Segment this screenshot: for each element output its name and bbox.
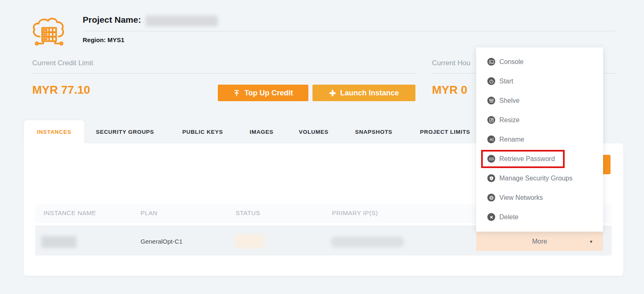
menu-item-label: Shelve bbox=[499, 97, 520, 104]
menu-item-label: Resize bbox=[499, 116, 520, 124]
column-primary-ips: PRIMARY IP(S) bbox=[332, 209, 378, 216]
top-up-credit-label: Top Up Credit bbox=[244, 89, 293, 97]
menu-item-shelve[interactable]: Shelve bbox=[476, 91, 603, 110]
tab-public-keys[interactable]: PUBLIC KEYS bbox=[182, 129, 223, 135]
header-divider bbox=[83, 31, 616, 31]
menu-item-manage-security-groups[interactable]: Manage Security Groups bbox=[476, 168, 603, 188]
column-plan: PLAN bbox=[141, 209, 157, 216]
column-instance-name: INSTANCE NAME bbox=[43, 209, 96, 216]
plus-icon bbox=[329, 90, 336, 97]
hourly-usage-label: Current Hou bbox=[432, 59, 470, 67]
primary-ip-redacted-value bbox=[331, 237, 404, 247]
menu-item-delete[interactable]: Delete bbox=[476, 207, 603, 227]
region-label: Region: MYS1 bbox=[83, 36, 124, 43]
retrieve-password-highlight-box bbox=[481, 150, 565, 168]
cloud-server-logo-icon bbox=[31, 15, 67, 47]
menu-item-label: Start bbox=[499, 78, 513, 85]
shelve-icon bbox=[487, 97, 495, 104]
hourly-amount: MYR 0 bbox=[432, 83, 467, 97]
tab-instances-label: INSTANCES bbox=[37, 129, 71, 135]
console-icon bbox=[487, 58, 495, 66]
launch-instance-button[interactable]: Launch Instance bbox=[312, 85, 415, 101]
menu-item-start[interactable]: Start bbox=[476, 71, 603, 91]
tab-security-groups[interactable]: SECURITY GROUPS bbox=[96, 129, 154, 135]
tab-images[interactable]: IMAGES bbox=[250, 129, 273, 135]
plan-cell: GeneralOpt-C1 bbox=[141, 238, 183, 245]
instance-actions-menu: Console Start Shelve bbox=[476, 47, 603, 232]
menu-item-label: Manage Security Groups bbox=[499, 175, 572, 182]
credit-limit-label: Current Credit Limit bbox=[32, 59, 93, 67]
tab-volumes[interactable]: VOLUMES bbox=[299, 129, 329, 135]
top-up-credit-button[interactable]: Top Up Credit bbox=[218, 85, 308, 101]
svg-text:A: A bbox=[489, 138, 492, 142]
menu-item-label: Delete bbox=[499, 213, 518, 221]
credit-amount: MYR 77.10 bbox=[32, 83, 90, 97]
rename-icon: A bbox=[487, 135, 495, 143]
more-actions-button[interactable]: More ▾ bbox=[476, 232, 603, 251]
globe-icon bbox=[487, 194, 495, 202]
project-name-redacted-value bbox=[145, 16, 218, 26]
cloud-console-page: Project Name: Region: MYS1 Current Credi… bbox=[0, 0, 644, 294]
instance-name-redacted-value bbox=[41, 236, 76, 248]
power-icon bbox=[487, 77, 495, 85]
credit-divider bbox=[32, 73, 416, 74]
menu-item-label: View Networks bbox=[499, 194, 543, 202]
launch-instance-label: Launch Instance bbox=[340, 89, 399, 97]
tab-project-limits[interactable]: PROJECT LIMITS bbox=[420, 129, 470, 135]
menu-item-view-networks[interactable]: View Networks bbox=[476, 188, 603, 207]
shield-icon bbox=[487, 174, 495, 182]
menu-item-rename[interactable]: A Rename bbox=[476, 130, 603, 149]
tab-snapshots[interactable]: SNAPSHOTS bbox=[355, 129, 392, 135]
project-name-label: Project Name: bbox=[83, 15, 141, 25]
menu-item-label: Console bbox=[499, 58, 524, 66]
column-status: STATUS bbox=[236, 209, 260, 216]
tab-instances[interactable]: INSTANCES bbox=[24, 120, 84, 144]
upload-arrow-icon bbox=[233, 90, 240, 97]
menu-item-resize[interactable]: Resize bbox=[476, 110, 603, 130]
menu-item-console[interactable]: Console bbox=[476, 52, 603, 71]
delete-x-icon bbox=[487, 213, 495, 221]
chevron-down-icon: ▾ bbox=[590, 239, 592, 244]
more-button-label: More bbox=[532, 238, 547, 245]
menu-item-label: Rename bbox=[499, 136, 524, 143]
resize-icon bbox=[487, 116, 495, 124]
status-badge-redacted bbox=[235, 235, 264, 248]
